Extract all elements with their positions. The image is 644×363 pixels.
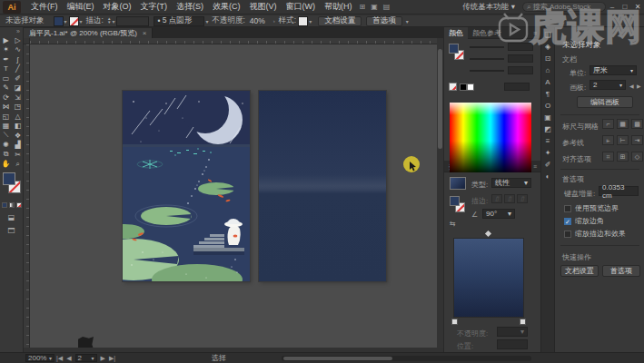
edit-artboards-button[interactable]: 编辑画板 — [577, 96, 633, 108]
draw-mode-icon[interactable]: ⬓ — [0, 213, 23, 221]
width-profile-dropdown[interactable] — [116, 16, 149, 26]
paragraph-panel-icon[interactable]: ¶ — [546, 90, 550, 102]
checkbox-scale-corners[interactable]: ✓缩放边角 — [564, 216, 604, 226]
color-value-1[interactable] — [508, 43, 533, 51]
lock-guides-icon[interactable]: ⊢ — [617, 135, 629, 145]
free-transform-tool[interactable]: ◳ — [12, 103, 24, 113]
first-artboard-icon[interactable]: |◀ — [56, 355, 63, 362]
perspective-grid-tool[interactable]: △ — [12, 112, 24, 122]
artboard-1[interactable] — [123, 91, 250, 281]
color-value-3[interactable] — [508, 66, 533, 74]
toolbar-collapse-icon[interactable]: » — [0, 27, 23, 35]
swatches-panel-icon[interactable]: ❏ — [544, 31, 550, 43]
workspace-selector[interactable]: 传统基本功能 ▾ — [462, 2, 515, 13]
hex-field[interactable] — [504, 83, 530, 91]
eraser-tool[interactable]: ◪ — [12, 83, 24, 93]
menu-effect[interactable]: 效果(C) — [208, 1, 245, 13]
arrange-documents-icon[interactable]: ⊞ — [360, 3, 366, 11]
eyedropper-tool[interactable]: ⟍ — [0, 131, 12, 141]
quick-preferences-button[interactable]: 首选项 — [602, 265, 640, 277]
horizontal-scrollbar[interactable] — [282, 356, 531, 361]
menu-object[interactable]: 对象(O) — [99, 1, 136, 13]
zoom-tool[interactable]: ⌕ — [12, 160, 24, 170]
layout-icon[interactable]: ▣ — [371, 3, 378, 11]
unit-dropdown[interactable]: 厘米▾ — [590, 65, 637, 75]
show-guides-icon[interactable]: ⫦ — [602, 135, 614, 145]
symbol-sprayer-tool[interactable]: ✺ — [0, 141, 12, 151]
prev-artboard-icon[interactable]: ◀ — [66, 355, 71, 362]
color-spectrum[interactable] — [450, 103, 531, 172]
show-grid-icon[interactable]: ▦ — [617, 119, 629, 129]
gradient-slider[interactable] — [453, 238, 524, 318]
none-swatch[interactable] — [449, 83, 457, 91]
magic-wand-tool[interactable]: ✶ — [0, 45, 12, 55]
black-swatch[interactable] — [460, 83, 467, 91]
minimize-button[interactable]: – — [606, 3, 619, 11]
gradient-location-field[interactable] — [497, 339, 528, 349]
rotate-tool[interactable]: ⟳ — [0, 93, 12, 103]
panel-menu-icon[interactable]: ≡ — [533, 163, 540, 170]
stroke-dropdown-icon[interactable]: ▾ — [80, 18, 83, 25]
smart-guides-icon[interactable]: ⇥ — [631, 135, 643, 145]
maximize-button[interactable]: □ — [619, 3, 631, 11]
artboard-tool[interactable]: ⧉ — [0, 150, 12, 160]
gradient-midpoint[interactable] — [485, 231, 491, 237]
menu-type[interactable]: 文字(T) — [136, 1, 173, 13]
pen-tool[interactable]: ✒ — [0, 54, 12, 64]
document-tab[interactable]: 扁平风-1.ai* @ 200% (RGB/预览) × — [24, 28, 153, 39]
scale-tool[interactable]: ⇲ — [12, 93, 24, 103]
tab-color-guide[interactable]: 颜色参考 — [468, 27, 506, 39]
screen-mode-icon[interactable]: 🗖 — [0, 227, 23, 235]
mesh-tool[interactable]: ▦ — [0, 122, 12, 132]
panel-menu-icon[interactable]: ≡ — [533, 30, 540, 36]
symbols-panel-icon[interactable]: ✦ — [545, 149, 551, 161]
pasteboard-object[interactable] — [78, 337, 94, 348]
menu-window[interactable]: 窗口(W) — [282, 1, 321, 13]
quick-document-setup-button[interactable]: 文档设置 — [560, 265, 599, 277]
slice-tool[interactable]: ✂ — [12, 150, 24, 160]
gradient-tool[interactable]: ◧ — [12, 122, 24, 132]
menu-help[interactable]: 帮助(H) — [320, 1, 357, 13]
stroke-weight-stepper[interactable]: ▲▼ — [107, 17, 111, 25]
show-rulers-icon[interactable]: ⌐ — [602, 119, 614, 129]
color-slider-2[interactable] — [470, 58, 504, 60]
gradient-stop-end[interactable] — [520, 319, 526, 325]
libraries-panel-icon[interactable]: ⌂ — [546, 66, 550, 78]
snap-point-icon[interactable]: ⊞ — [617, 152, 629, 162]
checkbox-scale-strokes-effects[interactable]: 缩放描边和效果 — [564, 229, 626, 239]
gradient-thumbnail[interactable] — [450, 177, 466, 190]
brushes-panel-icon[interactable]: ✐ — [545, 161, 551, 172]
artboards-panel-icon[interactable]: ⊡ — [545, 54, 551, 66]
canvas[interactable] — [30, 44, 437, 348]
workspace-switch-icon[interactable]: ▤ — [383, 3, 391, 11]
stroke-within-icon[interactable]: ▯ — [491, 194, 502, 203]
menu-view[interactable]: 视图(V) — [245, 1, 282, 13]
opacity-more-icon[interactable]: › — [273, 18, 275, 24]
next-artboard-icon[interactable]: ▶ — [101, 355, 105, 362]
none-mode-button[interactable] — [16, 202, 22, 208]
artboard-2[interactable] — [259, 91, 386, 281]
color-slider-1[interactable] — [470, 46, 504, 48]
layers-panel-icon[interactable]: ◈ — [545, 43, 550, 54]
rectangle-tool[interactable]: ▭ — [0, 74, 12, 83]
curvature-tool[interactable]: ʃ — [12, 54, 24, 64]
artboard-dropdown[interactable]: 2▾ — [590, 80, 626, 90]
direct-selection-tool[interactable]: ▷ — [12, 35, 24, 45]
gradient-fill-swatch[interactable] — [450, 196, 460, 206]
align-panel-icon[interactable]: ≡ — [546, 137, 550, 149]
fill-swatch[interactable] — [3, 172, 15, 185]
controlbar-overflow-icon[interactable]: ▾ — [406, 18, 409, 25]
stroke-across-icon[interactable]: ▯ — [517, 194, 528, 203]
shape-builder-tool[interactable]: ◱ — [0, 112, 12, 122]
color-slider-3[interactable] — [470, 70, 504, 72]
brush-dropdown-icon[interactable]: ▾ — [205, 18, 208, 25]
menu-edit[interactable]: 编辑(E) — [63, 1, 99, 13]
gradient-stop-start[interactable] — [451, 319, 458, 325]
stroke-weight-dropdown-icon[interactable]: ▾ — [112, 18, 114, 25]
snap-pixel-icon[interactable]: ◇ — [631, 152, 643, 162]
show-transparency-grid-icon[interactable]: ▩ — [631, 119, 643, 129]
pathfinder-panel-icon[interactable]: ◩ — [544, 125, 551, 137]
gradient-opacity-dropdown[interactable]: ▾ — [497, 327, 528, 337]
keyboard-increment-input[interactable]: 0.0353 cm — [599, 186, 639, 196]
document-setup-button[interactable]: 文档设置 — [318, 16, 362, 26]
